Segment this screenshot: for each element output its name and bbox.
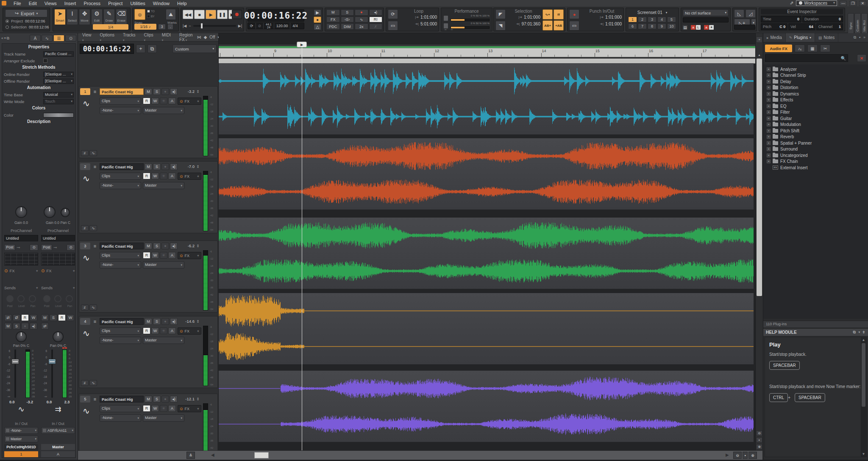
output-dropdown[interactable]: ASFrfcAn11 bbox=[41, 427, 75, 434]
mix-dim-solo-button[interactable]: DIM bbox=[341, 23, 354, 30]
automation-read-button[interactable]: R bbox=[143, 405, 150, 412]
plugin-category[interactable]: +Channel Strip bbox=[763, 73, 868, 79]
input-dropdown[interactable]: -None- bbox=[100, 261, 141, 268]
strip-bus-name[interactable]: Master bbox=[41, 444, 75, 450]
track-mute-button[interactable]: M bbox=[145, 88, 152, 95]
mix-pdc-button[interactable]: PDC bbox=[326, 23, 340, 30]
waveform-clip[interactable] bbox=[219, 218, 754, 289]
automation-read-button[interactable]: R bbox=[143, 327, 150, 334]
mix-solo-override-button[interactable]: ‹S› bbox=[341, 17, 354, 23]
solo-button[interactable]: S bbox=[50, 314, 57, 321]
record-button[interactable] bbox=[232, 10, 242, 19]
play-indicator-button[interactable]: ▶ bbox=[314, 9, 321, 16]
automation-draw-toggle[interactable]: ∿ bbox=[89, 305, 97, 310]
arm-button[interactable]: ● bbox=[21, 323, 29, 330]
fx-bin[interactable]: ⊙FX+ bbox=[41, 268, 75, 274]
freeze-button[interactable]: ✳ bbox=[160, 173, 167, 179]
track-arm-button[interactable]: ● bbox=[161, 318, 169, 325]
tool-edit-button[interactable]: ⚙Edit bbox=[91, 9, 103, 25]
automation-draw-toggle[interactable]: ∿ bbox=[89, 380, 97, 386]
expand-plus-icon[interactable]: + bbox=[767, 110, 771, 114]
track-name[interactable]: Pacific Coast Hig bbox=[100, 88, 144, 95]
output-dropdown[interactable]: Master bbox=[143, 107, 184, 114]
punch-ruler-icon[interactable]: ▭ bbox=[569, 21, 579, 31]
input-echo-button[interactable]: ◂) bbox=[30, 323, 37, 330]
automation-write-button[interactable]: W bbox=[151, 173, 159, 179]
input-dropdown[interactable]: -None- bbox=[100, 337, 141, 344]
track-header[interactable]: 1≡Pacific Coast HigMS●◂)-3.2⇕∿ClipsRW✳A⊙… bbox=[79, 86, 218, 158]
mix-input-echo-button[interactable]: ◂) bbox=[369, 9, 383, 16]
sync-icon[interactable]: ⟳ bbox=[248, 23, 256, 29]
scroll-left-icon[interactable]: ◀ bbox=[211, 453, 214, 457]
meter-value[interactable]: -3.2 bbox=[26, 400, 33, 404]
export-selection-radio[interactable]: Selection00:03:12:06 bbox=[6, 25, 49, 29]
fx-power-icon[interactable]: ⊙ bbox=[180, 174, 183, 179]
automation-draw-toggle[interactable]: ∿ bbox=[89, 225, 97, 231]
snap-by-toggle[interactable]: BY bbox=[147, 15, 155, 18]
sends-bin[interactable]: Sends+ bbox=[4, 285, 38, 291]
track-arm-button[interactable]: ● bbox=[161, 163, 169, 170]
volume-fader[interactable] bbox=[51, 349, 53, 398]
expand-plus-icon[interactable]: + bbox=[767, 67, 771, 71]
expand-plus-icon[interactable]: + bbox=[767, 104, 771, 108]
track-name[interactable]: Pacific Coast Hig bbox=[100, 396, 144, 402]
arranger-exclude-row[interactable]: Arranger Exclude bbox=[2, 57, 75, 64]
trackview-menu-view[interactable]: View bbox=[78, 33, 96, 42]
plugin-category[interactable]: +Guitar bbox=[763, 115, 868, 122]
rewire-icon[interactable]: ✂ bbox=[820, 45, 830, 52]
snap-to-markers-button[interactable]: ⛰ bbox=[166, 9, 176, 20]
zoom-out-horizontal-button[interactable]: ⊖ bbox=[733, 452, 742, 459]
read-button[interactable]: R bbox=[21, 314, 29, 321]
edit-filter-dropdown[interactable]: Clips bbox=[100, 327, 141, 335]
track-volume-readout[interactable]: -3.2 bbox=[177, 88, 195, 95]
clear-search-button[interactable]: ✕ bbox=[857, 54, 866, 62]
dock-icon[interactable]: ⧉ bbox=[7, 36, 9, 41]
edit-filter-dropdown[interactable]: Clips bbox=[100, 405, 141, 412]
screenset-1-button[interactable]: 1 bbox=[628, 17, 637, 22]
plugin-category[interactable]: +Modulation bbox=[763, 122, 868, 128]
input-dropdown[interactable]: -None- bbox=[100, 182, 141, 189]
automation-write-button[interactable]: W bbox=[151, 252, 159, 259]
expand-plus-icon[interactable]: + bbox=[767, 98, 771, 102]
sample-rate-display[interactable]: 44.124 bbox=[263, 23, 274, 29]
now-time-display[interactable]: 00:00:16:22 bbox=[248, 9, 304, 22]
archive-button[interactable]: A bbox=[168, 327, 176, 334]
write-button[interactable]: W bbox=[67, 314, 74, 321]
aim-assist-icon[interactable]: ◆ bbox=[204, 35, 207, 39]
pause-button[interactable]: ❚❚ bbox=[217, 10, 228, 19]
track-solo-button[interactable]: S bbox=[153, 396, 161, 402]
zoom-in-horizontal-button[interactable]: ⊕ bbox=[748, 452, 757, 459]
menu-file[interactable]: File bbox=[10, 1, 25, 6]
fx-bin[interactable]: ⊙FX+ bbox=[178, 173, 201, 180]
collapse-icon[interactable]: « bbox=[1, 36, 3, 40]
plugin-category[interactable]: +Uncategorized bbox=[763, 152, 868, 159]
expand-plus-icon[interactable]: + bbox=[767, 129, 771, 133]
duplicate-track-button[interactable]: ⧉ bbox=[147, 45, 157, 53]
trackview-menu-tracks[interactable]: Tracks bbox=[119, 33, 140, 42]
expand-plus-icon[interactable]: + bbox=[767, 159, 771, 163]
output-dropdown[interactable]: Master bbox=[143, 414, 184, 422]
fx-bin[interactable]: ⊙FX+ bbox=[4, 268, 38, 274]
scroll-down-icon[interactable]: ▼ bbox=[861, 451, 866, 457]
prochannel-preset[interactable]: Untitled bbox=[4, 235, 38, 241]
snap-dot-button[interactable]: . bbox=[167, 24, 173, 30]
resize-icon[interactable]: ⇗ bbox=[790, 0, 793, 6]
goto-end-icon[interactable]: ▶| bbox=[238, 24, 242, 28]
fx-bin[interactable]: ⊙FX+ bbox=[178, 98, 201, 105]
read-button[interactable]: R bbox=[58, 314, 66, 321]
plugin-category[interactable]: +Analyzer bbox=[763, 66, 868, 73]
tool-smart-button[interactable]: ➤Smart bbox=[54, 9, 66, 25]
screenset-dropdown[interactable]: Screenset 01▾ bbox=[628, 9, 677, 16]
act-icon[interactable]: a bbox=[704, 25, 709, 30]
help-dock-icons[interactable]: ⧉ ▾ ⇟ bbox=[853, 330, 865, 335]
selection-from-value[interactable]: |➜1:01:000 bbox=[506, 14, 540, 20]
menu-project[interactable]: Project bbox=[104, 1, 126, 6]
event-duration-field[interactable]: Duration0 bbox=[802, 16, 843, 22]
track-mute-button[interactable]: M bbox=[145, 163, 152, 170]
screenset-5-button[interactable]: 5 bbox=[667, 17, 676, 22]
freeze-button[interactable]: ✳ bbox=[160, 327, 167, 334]
meter-value[interactable]: 2.3 bbox=[64, 400, 70, 404]
transport-shuttle-slider[interactable] bbox=[193, 25, 236, 27]
fader-value[interactable]: 0.0 bbox=[9, 400, 15, 404]
bounce-icon[interactable]: ⋈ bbox=[197, 35, 201, 39]
